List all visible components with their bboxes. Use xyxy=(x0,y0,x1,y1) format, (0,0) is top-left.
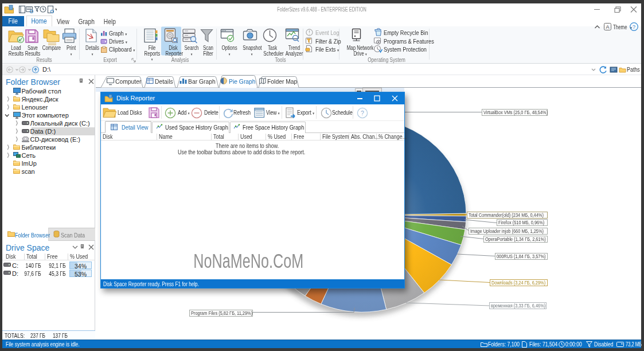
svg-text:?: ? xyxy=(361,110,364,116)
